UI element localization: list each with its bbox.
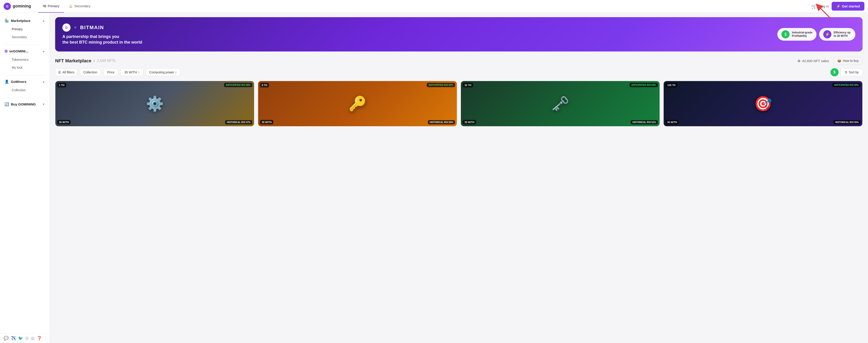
nft-overlay-bottom-4: 35 W/TH HISTORICAL ROI 55% bbox=[665, 120, 861, 125]
marketplace-icon: 🏪 bbox=[4, 19, 9, 23]
discord-icon[interactable]: 💬 bbox=[4, 336, 8, 341]
banner-left: G × BITMAIN A partnership that brings yo… bbox=[62, 24, 142, 45]
sidebar-section-buy: 🔄 Buy GOMINING ▼ bbox=[0, 100, 50, 109]
filters-bar: ☰ All filters Collection Price 35 W/TH ℹ… bbox=[55, 68, 863, 76]
nft-card-4[interactable]: 🎯 128 TH ANTICIPATED ROI 69% 35 W/TH HIS… bbox=[663, 81, 863, 127]
sidebar-header-vegomining[interactable]: ⊞ veGOMINI... ▲ bbox=[0, 47, 50, 56]
nft-grid: ⚙️ 1 TH ANTICIPATED ROI 58% 35 W/TH HIST… bbox=[55, 81, 863, 127]
cart-button[interactable]: 🛒 bbox=[811, 4, 817, 9]
main-content: G × BITMAIN A partnership that brings yo… bbox=[50, 13, 868, 343]
sidebar-item-mylock[interactable]: My lock bbox=[2, 64, 48, 71]
logo[interactable]: G gomining bbox=[4, 3, 31, 10]
x-symbol: × bbox=[74, 25, 76, 30]
nft-wth-badge-1: 35 W/TH bbox=[57, 120, 70, 125]
nft-wth-badge-4: 35 W/TH bbox=[665, 120, 679, 125]
gomining-circle-icon[interactable]: ◎ bbox=[31, 336, 35, 341]
sidebar-section-vegomining: ⊞ veGOMINI... ▲ Tokenomics My lock bbox=[0, 47, 50, 73]
nft-overlay-bottom-2: 35 W/TH HISTORICAL ROI 50% bbox=[260, 120, 455, 125]
nav-right: 🛒 Log in ⚡ Get started bbox=[811, 2, 864, 11]
wth-filter-button[interactable]: 35 W/TH ℹ bbox=[121, 68, 143, 76]
main-layout: 🏪 Marketplace ▲ Primary Secondary ⊞ v bbox=[0, 13, 868, 343]
medium-icon[interactable]: ⊙ bbox=[25, 336, 29, 341]
sidebar-item-secondary[interactable]: Secondary bbox=[2, 33, 48, 41]
chevron-up-icon-2: ▲ bbox=[42, 50, 45, 53]
nft-anticipated-roi-4: ANTICIPATED ROI 69% bbox=[832, 83, 861, 87]
sidebar-section-marketplace: 🏪 Marketplace ▲ Primary Secondary bbox=[0, 16, 50, 43]
price-filter-button[interactable]: Price bbox=[103, 68, 118, 76]
top-nav: G gomining 🛍 Primary 🔒 Secondary 🛒 Log i… bbox=[0, 0, 868, 13]
nft-th-badge-3: 32 TH bbox=[463, 83, 473, 88]
sidebar-items-marketplace: Primary Secondary bbox=[0, 25, 50, 43]
sales-icon: ⊗ bbox=[798, 59, 800, 63]
divider-2 bbox=[4, 75, 46, 75]
nft-card-image-3: 🗝️ 32 TH ANTICIPATED ROI 64% 35 W/TH HIS… bbox=[461, 81, 659, 126]
sidebar-item-collection[interactable]: Collection bbox=[2, 86, 48, 94]
info-icon[interactable]: ℹ bbox=[94, 59, 95, 63]
buy-icon: 🔄 bbox=[4, 102, 9, 106]
help-icon[interactable]: ❓ bbox=[37, 336, 42, 341]
nft-overlay-bottom-1: 35 W/TH HISTORICAL ROI 47% bbox=[57, 120, 252, 125]
sidebar-header-buy[interactable]: 🔄 Buy GOMINING ▼ bbox=[0, 100, 50, 109]
marketplace-header: NFT Marketplace ℹ 2,549 NFTs ⊗ 42,830 NF… bbox=[55, 57, 863, 65]
efficiency-icon: ⚡ bbox=[823, 30, 831, 38]
twitter-icon[interactable]: 🐦 bbox=[18, 336, 23, 341]
nft-card-2[interactable]: 🔑 8 TH ANTICIPATED ROI 62% 35 W/TH HISTO… bbox=[258, 81, 457, 127]
login-button[interactable]: Log in bbox=[819, 4, 829, 8]
nft-overlay-bottom-3: 35 W/TH HISTORICAL ROI 51% bbox=[463, 120, 658, 125]
nft-card-image-2: 🔑 8 TH ANTICIPATED ROI 62% 35 W/TH HISTO… bbox=[258, 81, 457, 126]
sidebar-item-primary[interactable]: Primary bbox=[2, 25, 48, 33]
nft-historical-roi-4: HISTORICAL ROI 55% bbox=[833, 120, 861, 125]
nft-card-image-4: 🎯 128 TH ANTICIPATED ROI 69% 35 W/TH HIS… bbox=[664, 81, 862, 126]
badge-2-text: Efficiency upto 20 W/TH bbox=[834, 31, 850, 38]
nft-th-badge-2: 8 TH bbox=[260, 83, 269, 88]
nav-tab-primary[interactable]: 🛍 Primary bbox=[38, 0, 64, 13]
sidebar-item-tokenomics[interactable]: Tokenomics bbox=[2, 56, 48, 64]
promo-banner[interactable]: G × BITMAIN A partnership that brings yo… bbox=[55, 17, 863, 52]
get-started-button[interactable]: ⚡ Get started bbox=[832, 2, 864, 11]
nft-card-bg-1: ⚙️ bbox=[55, 81, 254, 126]
all-filters-button[interactable]: ☰ All filters bbox=[55, 68, 77, 76]
banner-title: A partnership that brings you the best B… bbox=[62, 34, 142, 45]
sidebar-header-gominers[interactable]: 👤 GoMiners ▲ bbox=[0, 77, 50, 86]
nav-tab-secondary[interactable]: 🔒 Secondary bbox=[64, 0, 95, 13]
banner-logo-icon: G bbox=[62, 24, 70, 32]
nft-card-bg-2: 🔑 bbox=[258, 81, 457, 126]
nft-wth-badge-3: 35 W/TH bbox=[463, 120, 476, 125]
nft-historical-roi-2: HISTORICAL ROI 50% bbox=[428, 120, 455, 125]
nft-th-badge-4: 128 TH bbox=[665, 83, 677, 88]
sidebar-header-marketplace[interactable]: 🏪 Marketplace ▲ bbox=[0, 16, 50, 25]
how-to-buy-button[interactable]: 📦 How to buy bbox=[833, 57, 863, 65]
collection-filter-button[interactable]: Collection bbox=[80, 68, 101, 76]
divider-3 bbox=[4, 98, 46, 98]
sidebar-items-vegomining: Tokenomics My lock bbox=[0, 56, 50, 73]
nft-historical-roi-3: HISTORICAL ROI 51% bbox=[631, 120, 658, 125]
lock-icon: 🛍 bbox=[43, 4, 46, 8]
sort-icon: ⇅ bbox=[845, 70, 847, 74]
nft-card-bg-3: 🗝️ bbox=[461, 81, 659, 126]
nft-overlay-top-3: 32 TH ANTICIPATED ROI 64% bbox=[463, 83, 658, 88]
logo-text: gomining bbox=[13, 4, 31, 8]
nft-historical-roi-1: HISTORICAL ROI 47% bbox=[225, 120, 252, 125]
banner-right: $ Industrial-gradeProfitability ⚡ Effici… bbox=[777, 28, 855, 41]
dollar-filter-button[interactable]: $ bbox=[831, 68, 839, 76]
sidebar-section-gominers: 👤 GoMiners ▲ Collection bbox=[0, 77, 50, 96]
nft-overlay-top-4: 128 TH ANTICIPATED ROI 69% bbox=[665, 83, 861, 88]
nav-tabs: 🛍 Primary 🔒 Secondary bbox=[38, 0, 811, 13]
chevron-up-icon-3: ▲ bbox=[42, 80, 45, 83]
nft-card-bg-4: 🎯 bbox=[664, 81, 862, 126]
chevron-up-icon: ▲ bbox=[42, 19, 45, 22]
telegram-icon[interactable]: ✈️ bbox=[11, 336, 16, 341]
sidebar-items-gominers: Collection bbox=[0, 86, 50, 96]
computing-power-filter-button[interactable]: Computing power ℹ bbox=[146, 68, 181, 76]
banner-logo: G × BITMAIN bbox=[62, 24, 142, 32]
nft-card-1[interactable]: ⚙️ 1 TH ANTICIPATED ROI 58% 35 W/TH HIST… bbox=[55, 81, 254, 127]
nft-card-3[interactable]: 🗝️ 32 TH ANTICIPATED ROI 64% 35 W/TH HIS… bbox=[461, 81, 660, 127]
vegomining-icon: ⊞ bbox=[4, 49, 7, 53]
filter-icon: ☰ bbox=[58, 70, 61, 74]
sidebar: 🏪 Marketplace ▲ Primary Secondary ⊞ v bbox=[0, 13, 50, 343]
profitability-icon: $ bbox=[781, 30, 789, 38]
nft-wth-badge-2: 35 W/TH bbox=[260, 120, 273, 125]
sort-by-button[interactable]: ⇅ Sort by bbox=[841, 68, 863, 76]
nft-card-image-1: ⚙️ 1 TH ANTICIPATED ROI 58% 35 W/TH HIST… bbox=[55, 81, 254, 126]
info-icon-wth: ℹ bbox=[138, 71, 140, 74]
